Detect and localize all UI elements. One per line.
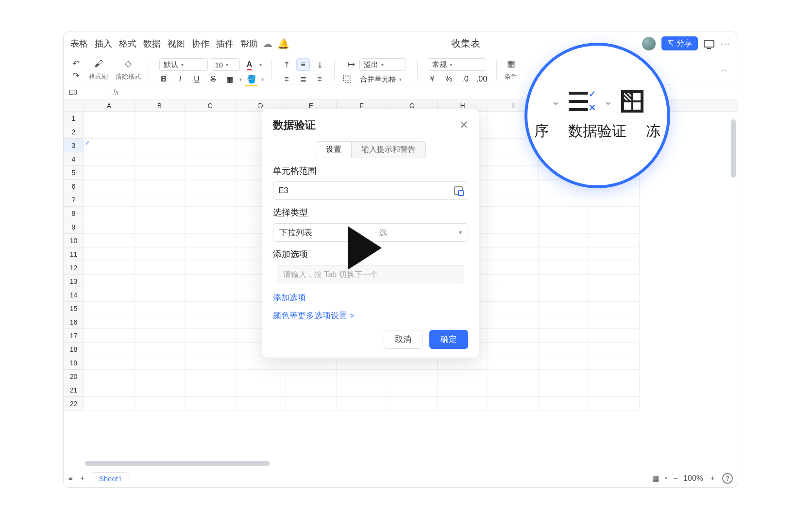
select-all-corner[interactable] (64, 100, 84, 111)
cell[interactable] (135, 112, 185, 125)
cell[interactable] (438, 397, 488, 410)
vertical-scrollbar[interactable] (731, 119, 736, 178)
chevron-down-icon[interactable]: ▾ (665, 475, 667, 481)
cell[interactable] (589, 302, 640, 315)
number-format-dropdown[interactable]: 常规 ▾ (428, 58, 486, 71)
cell[interactable] (135, 247, 185, 261)
cell[interactable] (286, 383, 337, 397)
cell[interactable] (84, 302, 135, 315)
cell[interactable] (337, 370, 387, 383)
cell[interactable] (488, 370, 539, 383)
cell[interactable] (488, 343, 539, 356)
cell[interactable] (589, 275, 640, 288)
cell[interactable] (589, 193, 640, 207)
cell[interactable] (438, 383, 488, 397)
cell[interactable] (185, 370, 236, 383)
cell[interactable] (337, 356, 387, 370)
cell[interactable] (135, 397, 185, 410)
cell[interactable] (185, 343, 236, 356)
cell[interactable] (438, 370, 488, 383)
cell[interactable] (539, 193, 589, 207)
row-header[interactable]: 15 (64, 302, 84, 315)
strikethrough-button[interactable]: S (206, 73, 220, 85)
menu-collaborate[interactable]: 协作 (192, 38, 209, 49)
cell[interactable] (539, 370, 589, 383)
cell[interactable] (589, 397, 640, 410)
cell[interactable] (185, 193, 236, 207)
cell[interactable] (84, 193, 135, 207)
row-header[interactable]: 10 (64, 234, 84, 247)
borders-button[interactable]: ▦ (223, 73, 237, 85)
row-header[interactable]: 5 (64, 166, 84, 180)
cell[interactable] (539, 288, 589, 302)
cell[interactable] (589, 383, 640, 397)
cell[interactable] (84, 315, 135, 329)
cell[interactable] (135, 302, 185, 315)
font-family-dropdown[interactable]: 默认 ▾ (159, 58, 208, 71)
cell[interactable] (135, 383, 185, 397)
cell[interactable] (135, 220, 185, 234)
cell[interactable] (84, 370, 135, 383)
row-header[interactable]: 18 (64, 343, 84, 356)
cell[interactable] (84, 288, 135, 302)
menu-help[interactable]: 帮助 (240, 38, 258, 49)
cell[interactable] (589, 315, 640, 329)
cell[interactable] (185, 180, 236, 193)
sheets-menu-icon[interactable]: ≡ (68, 474, 73, 482)
menu-sheet[interactable]: 表格 (70, 38, 88, 49)
toolbar-collapse-icon[interactable]: ︿ (715, 65, 733, 75)
row-header[interactable]: 4 (64, 152, 84, 166)
cell[interactable] (488, 193, 539, 207)
cell[interactable] (185, 139, 236, 152)
valign-top-button[interactable]: ⤒ (280, 58, 293, 71)
column-header[interactable]: A (84, 100, 135, 111)
cell[interactable] (589, 261, 640, 275)
cell[interactable] (488, 166, 539, 180)
cell[interactable] (135, 152, 185, 166)
row-header[interactable]: 14 (64, 288, 84, 302)
menu-plugins[interactable]: 插件 (216, 38, 234, 49)
text-overflow-dropdown[interactable]: 溢出 ▾ (359, 58, 406, 71)
cell[interactable] (488, 356, 539, 370)
menu-format[interactable]: 格式 (119, 38, 136, 49)
cell[interactable] (185, 356, 236, 370)
row-header[interactable]: 3 (64, 139, 84, 152)
row-header[interactable]: 13 (64, 275, 84, 288)
cell[interactable] (589, 370, 640, 383)
zoom-in-button[interactable]: ＋ (709, 474, 716, 483)
row-header[interactable]: 7 (64, 193, 84, 207)
cell[interactable] (84, 356, 135, 370)
row-header[interactable]: 12 (64, 261, 84, 275)
column-header[interactable]: C (185, 100, 236, 111)
cell[interactable] (488, 397, 539, 410)
close-icon[interactable]: ✕ (459, 119, 468, 131)
cell[interactable] (539, 275, 589, 288)
cell[interactable] (185, 247, 236, 261)
align-left-button[interactable]: ≡ (280, 73, 293, 85)
clear-format-icon[interactable]: ◇ (123, 58, 134, 69)
cell[interactable] (488, 234, 539, 247)
percent-button[interactable]: % (442, 73, 456, 85)
cell[interactable] (539, 261, 589, 275)
cell[interactable] (135, 275, 185, 288)
more-settings-link[interactable]: 颜色等更多选项设置 > (273, 310, 468, 321)
row-header[interactable]: 22 (64, 397, 84, 410)
cell[interactable] (539, 302, 589, 315)
cell[interactable] (236, 383, 286, 397)
cell[interactable] (135, 125, 185, 139)
zoom-out-button[interactable]: − (673, 474, 677, 482)
validation-type-select[interactable]: 下拉列表 选 ▾ (273, 223, 468, 242)
row-header[interactable]: 9 (64, 220, 84, 234)
cell[interactable] (539, 383, 589, 397)
more-icon[interactable]: ⋯ (720, 38, 731, 49)
valign-bottom-button[interactable]: ⤓ (313, 58, 326, 71)
row-header[interactable]: 6 (64, 180, 84, 193)
view-options-icon[interactable]: ▦ (652, 474, 659, 483)
cell[interactable] (135, 370, 185, 383)
cell[interactable] (589, 234, 640, 247)
cell[interactable] (84, 329, 135, 343)
cell[interactable] (185, 152, 236, 166)
conditional-format-icon[interactable]: ▦ (506, 58, 516, 69)
underline-button[interactable]: U (190, 73, 203, 85)
cell[interactable] (488, 261, 539, 275)
